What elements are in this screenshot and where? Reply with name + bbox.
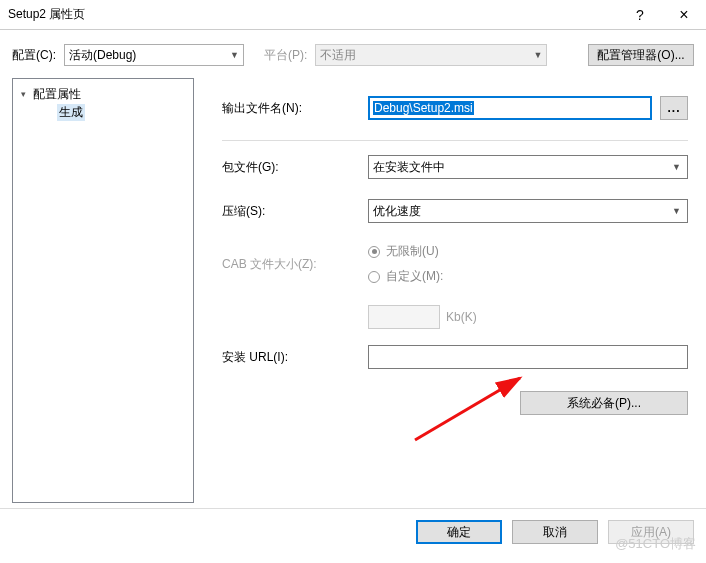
cab-unlimited-label: 无限制(U) xyxy=(386,243,439,260)
footer: 确定 取消 应用(A) xyxy=(0,508,706,554)
tree-item-build[interactable]: 生成 xyxy=(57,103,189,121)
prerequisites-button[interactable]: 系统必备(P)... xyxy=(520,391,688,415)
config-select[interactable]: 活动(Debug) ▼ xyxy=(64,44,244,66)
cab-custom-label: 自定义(M): xyxy=(386,268,443,285)
config-value: 活动(Debug) xyxy=(69,47,136,64)
tree-panel: ▾ 配置属性 生成 xyxy=(12,78,194,503)
cab-custom-radio: 自定义(M): xyxy=(368,268,443,285)
compression-label: 压缩(S): xyxy=(222,203,368,220)
output-filename-label: 输出文件名(N): xyxy=(222,100,368,117)
install-url-label: 安装 URL(I): xyxy=(222,349,368,366)
toolbar: 配置(C): 活动(Debug) ▼ 平台(P): 不适用 ▼ 配置管理器(O)… xyxy=(0,40,706,70)
close-button[interactable]: × xyxy=(662,0,706,30)
install-url-input[interactable] xyxy=(368,345,688,369)
config-manager-button[interactable]: 配置管理器(O)... xyxy=(588,44,694,66)
cab-unlimited-radio: 无限制(U) xyxy=(368,243,443,260)
config-label: 配置(C): xyxy=(12,47,56,64)
cab-size-label: CAB 文件大小(Z): xyxy=(222,256,368,273)
package-file-label: 包文件(G): xyxy=(222,159,368,176)
watermark: @51CTO博客 xyxy=(615,535,696,553)
chevron-down-icon: ▼ xyxy=(672,206,681,216)
output-filename-input[interactable]: Debug\Setup2.msi xyxy=(368,96,652,120)
collapse-icon[interactable]: ▾ xyxy=(17,89,29,99)
cab-size-input xyxy=(368,305,440,329)
body: ▾ 配置属性 生成 输出文件名(N): Debug\Setup2.msi ...… xyxy=(0,70,706,508)
compression-value: 优化速度 xyxy=(373,203,421,220)
browse-button[interactable]: ... xyxy=(660,96,688,120)
form-panel: 输出文件名(N): Debug\Setup2.msi ... 包文件(G): 在… xyxy=(194,78,694,508)
tree-root-label: 配置属性 xyxy=(33,86,81,103)
radio-icon xyxy=(368,271,380,283)
chevron-down-icon: ▼ xyxy=(533,50,542,60)
radio-icon xyxy=(368,246,380,258)
divider xyxy=(222,140,688,141)
cancel-button[interactable]: 取消 xyxy=(512,520,598,544)
package-file-select[interactable]: 在安装文件中 ▼ xyxy=(368,155,688,179)
tree-root[interactable]: ▾ 配置属性 xyxy=(17,85,189,103)
chevron-down-icon: ▼ xyxy=(672,162,681,172)
titlebar: Setup2 属性页 ? × xyxy=(0,0,706,30)
tree-item-label: 生成 xyxy=(57,104,85,121)
chevron-down-icon: ▼ xyxy=(230,50,239,60)
platform-select: 不适用 ▼ xyxy=(315,44,547,66)
output-filename-value: Debug\Setup2.msi xyxy=(373,101,474,115)
help-button[interactable]: ? xyxy=(618,0,662,30)
platform-label: 平台(P): xyxy=(264,47,307,64)
compression-select[interactable]: 优化速度 ▼ xyxy=(368,199,688,223)
package-file-value: 在安装文件中 xyxy=(373,159,445,176)
platform-value: 不适用 xyxy=(320,47,356,64)
ok-button[interactable]: 确定 xyxy=(416,520,502,544)
kb-label: Kb(K) xyxy=(446,310,477,324)
window-title: Setup2 属性页 xyxy=(8,6,618,23)
